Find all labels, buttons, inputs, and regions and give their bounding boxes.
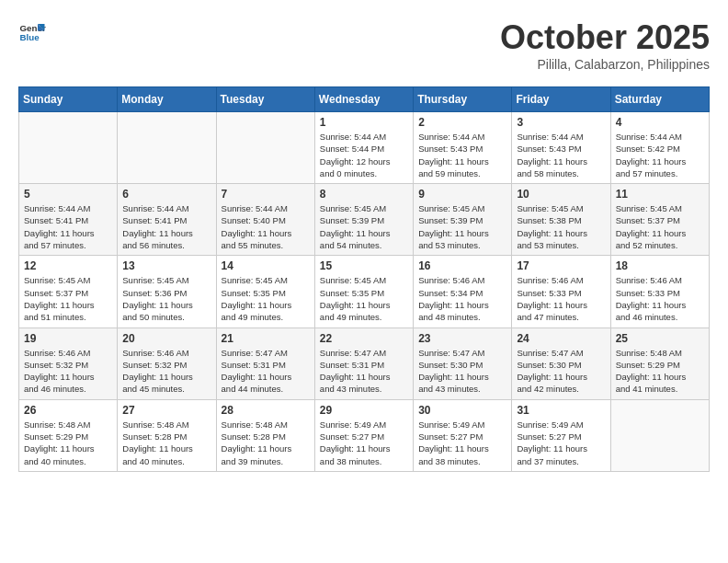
- day-info: Sunrise: 5:44 AMSunset: 5:44 PMDaylight:…: [320, 131, 408, 179]
- day-info: Sunrise: 5:44 AMSunset: 5:43 PMDaylight:…: [418, 131, 506, 179]
- calendar-cell: 14Sunrise: 5:45 AMSunset: 5:35 PMDayligh…: [216, 256, 314, 327]
- day-info: Sunrise: 5:47 AMSunset: 5:30 PMDaylight:…: [517, 347, 605, 396]
- day-info: Sunrise: 5:45 AMSunset: 5:39 PMDaylight:…: [418, 202, 506, 251]
- day-info: Sunrise: 5:45 AMSunset: 5:35 PMDaylight:…: [222, 274, 310, 323]
- header: General Blue October 2025 Pililla, Calab…: [18, 18, 710, 72]
- day-info: Sunrise: 5:46 AMSunset: 5:33 PMDaylight:…: [517, 274, 605, 323]
- day-number: 26: [24, 404, 112, 417]
- calendar-cell: 3Sunrise: 5:44 AMSunset: 5:43 PMDaylight…: [512, 112, 610, 184]
- day-number: 25: [616, 332, 704, 345]
- day-info: Sunrise: 5:44 AMSunset: 5:43 PMDaylight:…: [517, 131, 605, 179]
- day-number: 16: [418, 259, 506, 272]
- calendar-cell: 5Sunrise: 5:44 AMSunset: 5:41 PMDaylight…: [19, 184, 118, 256]
- calendar-cell: 23Sunrise: 5:47 AMSunset: 5:30 PMDayligh…: [414, 327, 512, 399]
- day-number: 27: [122, 404, 210, 417]
- day-number: 18: [616, 259, 704, 272]
- calendar-week-3: 12Sunrise: 5:45 AMSunset: 5:37 PMDayligh…: [19, 256, 710, 327]
- calendar-week-4: 19Sunrise: 5:46 AMSunset: 5:32 PMDayligh…: [19, 327, 710, 399]
- day-info: Sunrise: 5:49 AMSunset: 5:27 PMDaylight:…: [418, 419, 506, 467]
- day-number: 21: [222, 332, 310, 345]
- calendar-cell: 6Sunrise: 5:44 AMSunset: 5:41 PMDaylight…: [118, 184, 216, 256]
- calendar-cell: 12Sunrise: 5:45 AMSunset: 5:37 PMDayligh…: [19, 256, 118, 327]
- day-info: Sunrise: 5:45 AMSunset: 5:39 PMDaylight:…: [320, 202, 408, 251]
- calendar-cell: 17Sunrise: 5:46 AMSunset: 5:33 PMDayligh…: [512, 256, 610, 327]
- calendar-cell: 7Sunrise: 5:44 AMSunset: 5:40 PMDaylight…: [216, 184, 314, 256]
- calendar-cell: 20Sunrise: 5:46 AMSunset: 5:32 PMDayligh…: [118, 327, 216, 399]
- day-number: 15: [320, 259, 408, 272]
- day-number: 17: [517, 259, 605, 272]
- day-info: Sunrise: 5:46 AMSunset: 5:33 PMDaylight:…: [616, 274, 704, 323]
- day-info: Sunrise: 5:46 AMSunset: 5:32 PMDaylight:…: [122, 347, 210, 396]
- location-title: Pililla, Calabarzon, Philippines: [500, 57, 710, 72]
- day-number: 11: [616, 188, 704, 201]
- day-info: Sunrise: 5:45 AMSunset: 5:38 PMDaylight:…: [517, 202, 605, 251]
- weekday-header-wednesday: Wednesday: [314, 87, 413, 112]
- calendar-table: SundayMondayTuesdayWednesdayThursdayFrid…: [18, 86, 710, 472]
- calendar-cell: [216, 112, 314, 184]
- day-info: Sunrise: 5:44 AMSunset: 5:41 PMDaylight:…: [24, 202, 112, 251]
- day-number: 13: [122, 259, 210, 272]
- day-number: 23: [418, 332, 506, 345]
- calendar-cell: [118, 112, 216, 184]
- calendar-cell: 30Sunrise: 5:49 AMSunset: 5:27 PMDayligh…: [414, 399, 512, 471]
- day-info: Sunrise: 5:44 AMSunset: 5:42 PMDaylight:…: [616, 131, 704, 179]
- day-info: Sunrise: 5:47 AMSunset: 5:31 PMDaylight:…: [320, 347, 408, 396]
- day-number: 28: [222, 404, 310, 417]
- calendar-cell: 25Sunrise: 5:48 AMSunset: 5:29 PMDayligh…: [610, 327, 709, 399]
- day-number: 4: [616, 116, 704, 129]
- weekday-header-friday: Friday: [512, 87, 610, 112]
- calendar-cell: 11Sunrise: 5:45 AMSunset: 5:37 PMDayligh…: [610, 184, 709, 256]
- day-number: 12: [24, 259, 112, 272]
- month-title: October 2025: [500, 18, 710, 57]
- day-info: Sunrise: 5:45 AMSunset: 5:37 PMDaylight:…: [616, 202, 704, 251]
- calendar-cell: 28Sunrise: 5:48 AMSunset: 5:28 PMDayligh…: [216, 399, 314, 471]
- day-info: Sunrise: 5:48 AMSunset: 5:29 PMDaylight:…: [616, 347, 704, 396]
- calendar-cell: 10Sunrise: 5:45 AMSunset: 5:38 PMDayligh…: [512, 184, 610, 256]
- day-info: Sunrise: 5:45 AMSunset: 5:37 PMDaylight:…: [24, 274, 112, 323]
- calendar-cell: 18Sunrise: 5:46 AMSunset: 5:33 PMDayligh…: [610, 256, 709, 327]
- calendar-week-2: 5Sunrise: 5:44 AMSunset: 5:41 PMDaylight…: [19, 184, 710, 256]
- day-number: 3: [517, 116, 605, 129]
- weekday-header-sunday: Sunday: [19, 87, 118, 112]
- calendar-cell: 27Sunrise: 5:48 AMSunset: 5:28 PMDayligh…: [118, 399, 216, 471]
- calendar-cell: 19Sunrise: 5:46 AMSunset: 5:32 PMDayligh…: [19, 327, 118, 399]
- day-info: Sunrise: 5:44 AMSunset: 5:41 PMDaylight:…: [122, 202, 210, 251]
- calendar-cell: 16Sunrise: 5:46 AMSunset: 5:34 PMDayligh…: [414, 256, 512, 327]
- day-info: Sunrise: 5:48 AMSunset: 5:29 PMDaylight:…: [24, 419, 112, 467]
- day-number: 8: [320, 188, 408, 201]
- day-number: 20: [122, 332, 210, 345]
- calendar-cell: 1Sunrise: 5:44 AMSunset: 5:44 PMDaylight…: [314, 112, 413, 184]
- day-number: 2: [418, 116, 506, 129]
- day-info: Sunrise: 5:47 AMSunset: 5:30 PMDaylight:…: [418, 347, 506, 396]
- calendar-cell: 15Sunrise: 5:45 AMSunset: 5:35 PMDayligh…: [314, 256, 413, 327]
- calendar-cell: 4Sunrise: 5:44 AMSunset: 5:42 PMDaylight…: [610, 112, 709, 184]
- logo: General Blue: [18, 18, 46, 46]
- svg-text:Blue: Blue: [20, 32, 40, 42]
- day-info: Sunrise: 5:45 AMSunset: 5:36 PMDaylight:…: [122, 274, 210, 323]
- calendar-cell: 13Sunrise: 5:45 AMSunset: 5:36 PMDayligh…: [118, 256, 216, 327]
- day-number: 22: [320, 332, 408, 345]
- day-info: Sunrise: 5:49 AMSunset: 5:27 PMDaylight:…: [517, 419, 605, 467]
- day-number: 1: [320, 116, 408, 129]
- day-number: 10: [517, 188, 605, 201]
- day-info: Sunrise: 5:48 AMSunset: 5:28 PMDaylight:…: [222, 419, 310, 467]
- calendar-cell: 21Sunrise: 5:47 AMSunset: 5:31 PMDayligh…: [216, 327, 314, 399]
- calendar-cell: 22Sunrise: 5:47 AMSunset: 5:31 PMDayligh…: [314, 327, 413, 399]
- weekday-header-tuesday: Tuesday: [216, 87, 314, 112]
- calendar-header: SundayMondayTuesdayWednesdayThursdayFrid…: [19, 87, 710, 112]
- calendar-cell: 29Sunrise: 5:49 AMSunset: 5:27 PMDayligh…: [314, 399, 413, 471]
- day-number: 19: [24, 332, 112, 345]
- day-info: Sunrise: 5:46 AMSunset: 5:34 PMDaylight:…: [418, 274, 506, 323]
- calendar-cell: 8Sunrise: 5:45 AMSunset: 5:39 PMDaylight…: [314, 184, 413, 256]
- calendar-cell: [19, 112, 118, 184]
- calendar-body: 1Sunrise: 5:44 AMSunset: 5:44 PMDaylight…: [19, 112, 710, 472]
- day-info: Sunrise: 5:44 AMSunset: 5:40 PMDaylight:…: [222, 202, 310, 251]
- day-number: 9: [418, 188, 506, 201]
- day-info: Sunrise: 5:45 AMSunset: 5:35 PMDaylight:…: [320, 274, 408, 323]
- day-info: Sunrise: 5:49 AMSunset: 5:27 PMDaylight:…: [320, 419, 408, 467]
- logo-icon: General Blue: [18, 18, 46, 46]
- day-info: Sunrise: 5:47 AMSunset: 5:31 PMDaylight:…: [222, 347, 310, 396]
- day-number: 29: [320, 404, 408, 417]
- weekday-header-row: SundayMondayTuesdayWednesdayThursdayFrid…: [19, 87, 710, 112]
- calendar-cell: 9Sunrise: 5:45 AMSunset: 5:39 PMDaylight…: [414, 184, 512, 256]
